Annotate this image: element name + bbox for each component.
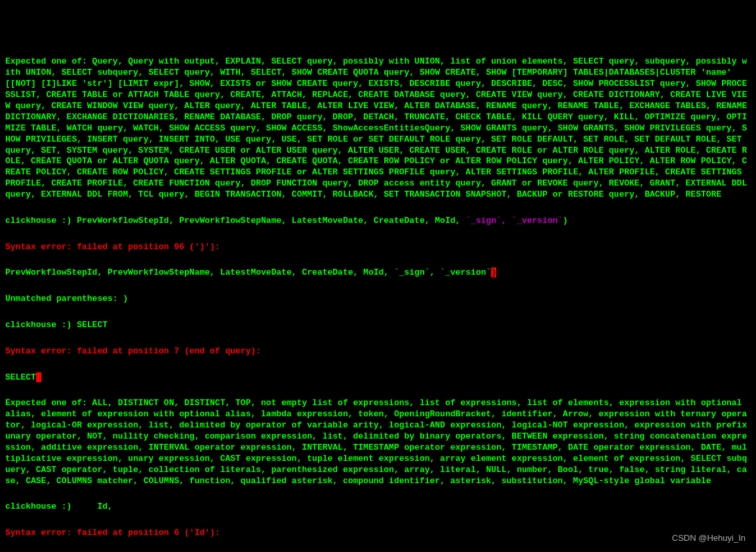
syntax-error: Syntax error: failed at position 6 ('Id'… [5, 528, 220, 538]
prompt-text: clickhouse :) PrevWorkflowStepId, PrevWo… [5, 216, 466, 226]
quoted-cols: `_sign`, `_version` [466, 216, 563, 226]
prompt-text: clickhouse :) SELECT [5, 320, 108, 330]
expected-list: Expected one of: Query, Query with outpu… [5, 56, 752, 199]
select-echo: SELECT [5, 372, 36, 382]
watermark: CSDN @Hehuyi_In [672, 533, 746, 544]
syntax-error: Syntax error: failed at position 96 (')'… [5, 242, 220, 252]
syntax-error: Syntax error: failed at position 7 (end … [5, 346, 261, 356]
error-highlight: ) [491, 267, 496, 277]
terminal-output[interactable]: Expected one of: Query, Query with outpu… [5, 46, 751, 552]
cursor-block [36, 372, 41, 382]
paren-close: ) [563, 216, 568, 226]
echo-line: PrevWorkflowStepId, PrevWorkflowStepName… [5, 267, 491, 277]
prompt-text: clickhouse :) Id, [5, 502, 113, 511]
expected-list: Expected one of: ALL, DISTINCT ON, DISTI… [5, 398, 752, 485]
unmatched-paren: Unmatched parentheses: ) [5, 294, 128, 304]
